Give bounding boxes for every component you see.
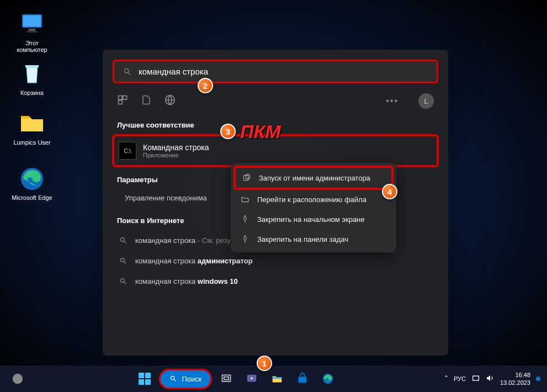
svg-rect-21: [473, 376, 479, 380]
volume-icon[interactable]: [486, 374, 495, 384]
desktop-icon-label: Корзина: [10, 89, 54, 96]
pin-icon: [241, 215, 249, 224]
tab-web-icon[interactable]: [164, 94, 176, 108]
taskbar-edge-icon[interactable]: [317, 368, 339, 390]
svg-rect-7: [123, 96, 127, 100]
taskbar-explorer-icon[interactable]: [266, 368, 288, 390]
shield-icon: [242, 173, 251, 182]
user-avatar[interactable]: L: [418, 93, 434, 109]
desktop-icon-this-pc[interactable]: Этот компьютер: [10, 11, 54, 53]
search-input-box[interactable]: [113, 60, 438, 83]
taskbar-clock[interactable]: 16:48 13.02.2023: [500, 371, 530, 387]
taskbar-store-icon[interactable]: [291, 368, 314, 390]
svg-rect-2: [29, 29, 35, 31]
ctx-pin-start[interactable]: Закрепить на начальном экране: [234, 209, 393, 229]
svg-rect-4: [25, 65, 39, 67]
desktop-icon-edge[interactable]: Microsoft Edge: [10, 166, 54, 201]
desktop-icon-recycle-bin[interactable]: Корзина: [10, 61, 54, 96]
monitor-icon: [19, 11, 45, 38]
search-tabs: ••• L: [113, 83, 438, 116]
svg-rect-8: [119, 100, 123, 104]
cmd-icon: C:\: [119, 142, 136, 160]
svg-point-14: [13, 374, 23, 384]
annotation-pkm-label: ПКМ: [240, 121, 281, 142]
svg-rect-19: [273, 377, 282, 379]
widgets-button[interactable]: [7, 368, 29, 390]
notification-badge[interactable]: [536, 377, 540, 381]
tray-chevron-icon[interactable]: ˄: [444, 374, 448, 383]
desktop-icon-label: Microsoft Edge: [10, 194, 54, 201]
desktop-icon-label: Lumpics User: [10, 139, 54, 146]
ctx-open-location[interactable]: Перейти к расположению файла: [234, 189, 393, 209]
annotation-marker-2: 2: [198, 78, 213, 93]
ctx-pin-taskbar[interactable]: Закрепить на панели задач: [234, 229, 393, 249]
network-icon[interactable]: [471, 374, 480, 384]
annotation-marker-4: 4: [382, 184, 397, 199]
ctx-run-as-admin[interactable]: Запуск от имени администратора: [234, 166, 393, 189]
svg-rect-3: [26, 31, 38, 33]
svg-rect-16: [224, 377, 229, 380]
web-result-item[interactable]: командная строка windows 10: [113, 271, 438, 292]
taskbar-search-button[interactable]: Поиск: [159, 369, 212, 389]
bin-icon: [19, 61, 45, 87]
svg-rect-15: [222, 375, 231, 382]
taskbar-chat-icon[interactable]: [241, 368, 263, 390]
folder-icon: [241, 195, 249, 204]
search-input[interactable]: [139, 67, 428, 76]
tab-documents-icon[interactable]: [141, 94, 151, 108]
svg-rect-6: [119, 96, 123, 100]
web-result-item[interactable]: командная строка администратор: [113, 251, 438, 271]
result-subtitle: Приложение: [143, 152, 209, 158]
annotation-marker-3: 3: [220, 124, 236, 139]
svg-rect-1: [23, 15, 41, 27]
desktop-icon-label: Этот компьютер: [10, 40, 54, 53]
taskbar: Поиск ˄ РУС 16:48 13.02.2023: [0, 365, 547, 392]
result-title: Командная строка: [143, 143, 209, 152]
edge-icon: [19, 166, 45, 192]
language-indicator[interactable]: РУС: [454, 375, 466, 382]
tab-apps-icon[interactable]: [117, 94, 128, 108]
start-button[interactable]: [134, 368, 156, 390]
pin-icon: [241, 235, 249, 243]
task-view-button[interactable]: [215, 368, 237, 390]
search-icon: [123, 67, 132, 76]
annotation-marker-1: 1: [257, 356, 272, 371]
context-menu: Запуск от имени администратора Перейти к…: [231, 163, 396, 252]
svg-point-18: [251, 377, 253, 379]
desktop-icon-user-folder[interactable]: Lumpics User: [10, 110, 54, 146]
folder-icon: [19, 110, 45, 137]
more-icon[interactable]: •••: [386, 96, 399, 106]
